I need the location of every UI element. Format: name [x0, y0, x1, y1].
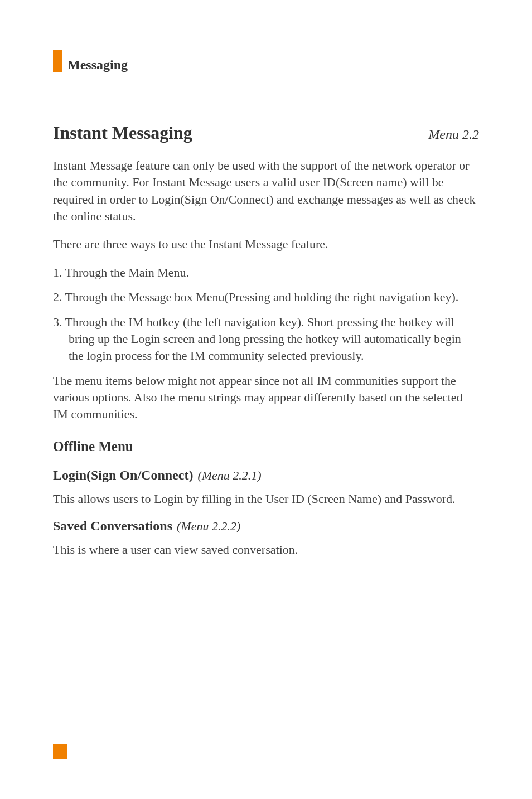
page-marker-icon — [53, 744, 67, 759]
main-heading: Instant Messaging — [53, 123, 192, 143]
section-title: Messaging — [67, 57, 128, 72]
list-item: 3. Through the IM hotkey (the left navig… — [53, 314, 479, 365]
section-header: Messaging — [53, 50, 479, 72]
login-menu-ref: (Menu 2.2.1) — [197, 468, 261, 482]
intro-paragraph: Instant Message feature can only be used… — [53, 157, 479, 225]
main-heading-row: Instant Messaging Menu 2.2 — [53, 123, 479, 147]
saved-heading: Saved Conversations — [53, 519, 172, 533]
section-marker-icon — [53, 50, 62, 72]
login-heading-row: Login(Sign On/Connect) (Menu 2.2.1) — [53, 468, 479, 483]
saved-menu-ref: (Menu 2.2.2) — [177, 519, 240, 533]
login-heading: Login(Sign On/Connect) — [53, 468, 193, 482]
menu-reference: Menu 2.2 — [428, 127, 479, 142]
login-body: This allows users to Login by filling in… — [53, 491, 479, 507]
note-paragraph: The menu items below might not appear si… — [53, 372, 479, 423]
saved-body: This is where a user can view saved conv… — [53, 541, 479, 558]
list-item: 2. Through the Message box Menu(Pressing… — [53, 289, 479, 306]
saved-heading-row: Saved Conversations (Menu 2.2.2) — [53, 519, 479, 534]
offline-menu-heading: Offline Menu — [53, 439, 479, 454]
document-page: Messaging Instant Messaging Menu 2.2 Ins… — [0, 0, 532, 799]
list-item: 1. Through the Main Menu. — [53, 264, 479, 281]
ways-intro: There are three ways to use the Instant … — [53, 236, 479, 253]
